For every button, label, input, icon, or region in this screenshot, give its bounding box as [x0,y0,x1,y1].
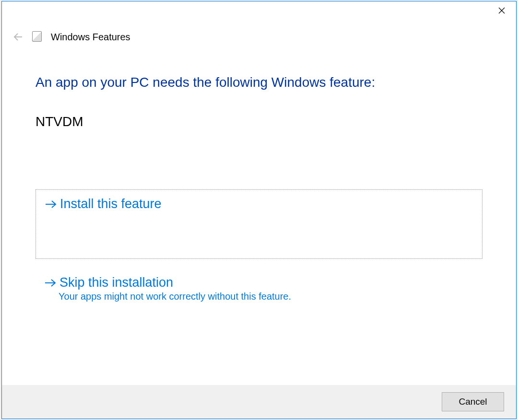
skip-option-subtitle: Your apps might not work correctly witho… [59,291,474,302]
dialog-window: Windows Features An app on your PC needs… [1,1,517,419]
arrow-right-icon [45,199,58,209]
cancel-button[interactable]: Cancel [442,392,504,411]
close-button[interactable] [487,1,516,21]
install-option-title: Install this feature [60,197,162,211]
option-title-row: Install this feature [45,197,473,211]
header-row: Windows Features [2,23,516,51]
content-area: An app on your PC needs the following Wi… [2,51,516,385]
feature-name: NTVDM [35,114,483,129]
app-icon [32,31,44,43]
footer-bar: Cancel [2,385,516,419]
skip-option-title: Skip this installation [59,275,173,290]
app-title: Windows Features [51,32,130,43]
title-bar [2,1,516,23]
skip-option[interactable]: Skip this installation Your apps might n… [35,268,483,309]
option-title-row: Skip this installation [44,275,474,290]
back-button [12,30,25,44]
arrow-right-icon [44,278,58,288]
install-option[interactable]: Install this feature [35,189,483,259]
headline: An app on your PC needs the following Wi… [35,75,483,90]
close-icon [498,6,505,16]
